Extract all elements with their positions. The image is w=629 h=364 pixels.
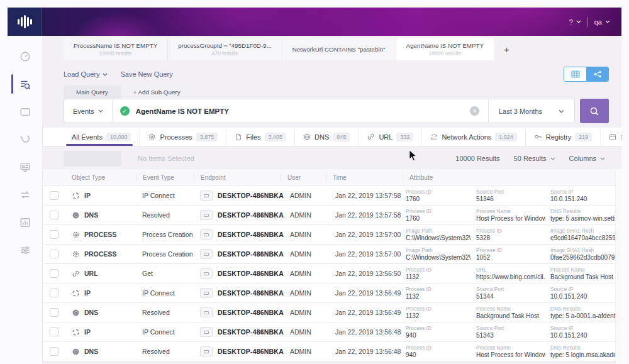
- query-tab[interactable]: AgentName IS NOT EMPTY10000 results: [396, 38, 494, 60]
- event-tab-files[interactable]: Files3,405: [226, 128, 295, 146]
- event-tab-label: DNS: [314, 133, 329, 141]
- column-header-endpoint[interactable]: Endpoint: [194, 174, 281, 181]
- row-checkbox[interactable]: [50, 347, 58, 356]
- column-header-event-type[interactable]: Event Type: [136, 174, 194, 181]
- sidebar-item-malops[interactable]: [8, 100, 42, 123]
- event-tab-all-events[interactable]: All Events10,000: [64, 128, 140, 146]
- event-tab-dns[interactable]: DNS845: [295, 128, 359, 146]
- table-row[interactable]: URLGetDESKTOP-486NBKAADMINJan 22, 2019 1…: [43, 264, 621, 284]
- column-header-time[interactable]: Time: [326, 174, 403, 181]
- endpoint-cell: DESKTOP-486NBKA: [194, 210, 284, 220]
- event-tab-label: Registry: [546, 133, 571, 141]
- event-tab-network-actions[interactable]: Network Actions1,024: [422, 128, 525, 146]
- attribute-cell: Image SHA1 Hash 0fae259662d3cdb0079b...: [550, 247, 621, 261]
- table-row[interactable]: IPIP ConnectDESKTOP-486NBKAADMINJan 22, …: [43, 186, 621, 206]
- sidebar-item-hunting[interactable]: [8, 128, 42, 151]
- attribute-cell: Process Name Background Task Host: [476, 306, 550, 319]
- event-type-cell: Get: [136, 270, 194, 277]
- event-count-badge: 219: [575, 133, 592, 141]
- event-type-cell: Resolved: [136, 348, 194, 355]
- attribute-value: e9cd616470a4bcc82592...: [550, 234, 616, 241]
- query-tab[interactable]: NetworkUrl CONTAINS "pastebin": [282, 38, 396, 60]
- graph-view-button[interactable]: [586, 67, 608, 81]
- table-row[interactable]: IPIP ConnectDESKTOP-486NBKAADMINJan 22, …: [43, 323, 621, 342]
- attribute-label: Process ID: [406, 306, 471, 312]
- attribute-cell: Process ID 5328: [476, 228, 550, 241]
- search-button[interactable]: [580, 99, 609, 123]
- gear-object-icon: [72, 231, 80, 239]
- clear-query-icon[interactable]: ✕: [470, 106, 479, 116]
- event-tab-scheduled-tasks[interactable]: Scheduled Tasks300: [601, 128, 621, 146]
- sidebar-item-reports[interactable]: [8, 211, 42, 234]
- chevron-down-icon: [103, 73, 108, 76]
- new-query-tab-button[interactable]: +: [494, 38, 520, 60]
- row-checkbox[interactable]: [50, 250, 58, 258]
- attribute-value: 10.0.151.240: [550, 332, 616, 339]
- event-tab-label: All Events: [72, 133, 103, 141]
- logo-icon: [18, 15, 32, 28]
- load-query-button[interactable]: Load Query: [64, 70, 108, 78]
- row-checkbox[interactable]: [50, 289, 58, 297]
- table-row[interactable]: PROCESSProcess CreationDESKTOP-486NBKAAD…: [43, 245, 621, 264]
- brand-logo[interactable]: [8, 8, 42, 36]
- query-tab[interactable]: processGroupId = "495D1F0D-9...470 resul…: [168, 38, 282, 60]
- event-tab-url[interactable]: URL332: [359, 128, 422, 146]
- sidebar-item-investigation[interactable]: [8, 72, 42, 96]
- attribute-label: Source Port: [476, 325, 545, 331]
- row-checkbox[interactable]: [50, 211, 58, 219]
- help-menu[interactable]: ?: [569, 18, 581, 26]
- column-header-attribute[interactable]: Attribute: [403, 174, 621, 181]
- row-checkbox[interactable]: [50, 191, 58, 200]
- sidebar-item-dashboard[interactable]: [8, 45, 42, 68]
- event-type-cell: IP Connect: [136, 289, 194, 297]
- time-range-dropdown[interactable]: Last 3 Months: [489, 108, 574, 115]
- query-input[interactable]: AgentName IS NOT EMPTY: [136, 108, 229, 115]
- sidebar-item-activity[interactable]: [8, 183, 42, 206]
- attribute-label: Process Name: [476, 306, 545, 312]
- endpoint-name: DESKTOP-486NBKA: [218, 328, 284, 336]
- attribute-label: Image SHA1 Hash: [550, 228, 616, 234]
- main-query-tab[interactable]: Main Query: [64, 85, 121, 99]
- column-header-object-type[interactable]: Object Type: [65, 174, 136, 181]
- sensors-icon: [19, 162, 31, 173]
- table-row[interactable]: IPIP ConnectDESKTOP-486NBKAADMINJan 22, …: [43, 284, 621, 303]
- add-sub-query-tab[interactable]: + Add Sub Query: [121, 85, 193, 99]
- endpoint-icon: [200, 268, 213, 279]
- sub-query-tabs: Main Query + Add Sub Query: [43, 85, 621, 99]
- row-checkbox[interactable]: [50, 308, 58, 317]
- chevron-down-icon: [605, 20, 610, 23]
- table-row[interactable]: DNSResolvedDESKTOP-486NBKAADMINJan 22, 2…: [43, 206, 621, 225]
- time-cell: Jan 22, 2019 13:56:49: [329, 289, 406, 297]
- sidebar-item-sensors[interactable]: [8, 155, 42, 179]
- endpoint-name: DESKTOP-486NBKA: [218, 309, 284, 316]
- ip-object-icon: [72, 328, 80, 336]
- attribute-cell: URL https://www.bing.com/cli...: [476, 267, 550, 280]
- event-tab-registry[interactable]: Registry219: [526, 128, 601, 146]
- attribute-cell: Source Port 51343: [476, 325, 550, 339]
- scrollbar-track[interactable]: [615, 170, 621, 364]
- chevron-down-icon: [98, 109, 103, 113]
- attribute-value: 1132: [406, 312, 471, 319]
- attributes-cell: Image Path C:\Windows\System32\S... Proc…: [406, 247, 621, 261]
- query-tab[interactable]: ProcessName IS NOT EMPTY10000 results: [64, 38, 168, 60]
- table-view-button[interactable]: [564, 67, 586, 81]
- table-row[interactable]: PROCESSProcess CreationDESKTOP-486NBKAAD…: [43, 225, 621, 245]
- object-type-cell: IP: [65, 192, 136, 200]
- columns-dropdown[interactable]: Columns: [569, 155, 605, 162]
- sidebar-item-settings[interactable]: [8, 238, 42, 262]
- row-checkbox[interactable]: [50, 269, 58, 278]
- save-new-query-button[interactable]: Save New Query: [120, 70, 172, 78]
- row-checkbox[interactable]: [50, 328, 58, 336]
- table-row[interactable]: DNSResolvedDESKTOP-486NBKAADMINJan 22, 2…: [43, 303, 621, 323]
- scope-selector[interactable]: Events: [64, 99, 113, 123]
- attribute-value: 940: [406, 351, 471, 358]
- attributes-cell: Process ID 1760 Source Port 51346 Source…: [406, 189, 621, 202]
- table-row[interactable]: DNSResolvedDESKTOP-486NBKAADMINJan 22, 2…: [43, 342, 621, 361]
- event-tab-processes[interactable]: Processes3,875: [140, 128, 226, 146]
- object-type-label: PROCESS: [84, 231, 116, 238]
- divider: [587, 17, 588, 27]
- user-menu[interactable]: qa: [594, 18, 610, 26]
- column-header-user[interactable]: User: [281, 174, 326, 181]
- page-size-dropdown[interactable]: 50 Results: [514, 155, 555, 162]
- row-checkbox[interactable]: [50, 230, 58, 239]
